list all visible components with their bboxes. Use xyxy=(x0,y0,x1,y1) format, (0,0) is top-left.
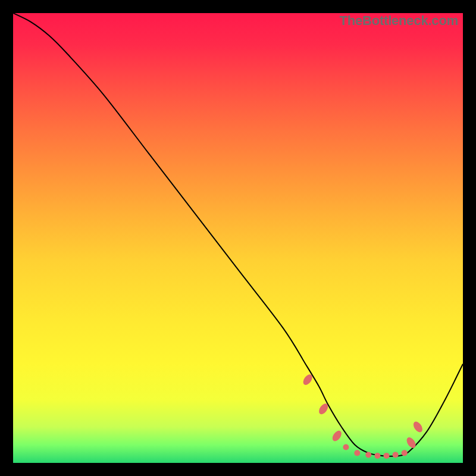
data-marker xyxy=(331,429,343,443)
curve-layer xyxy=(13,13,463,463)
chart-container: TheBottleneck.com xyxy=(0,0,476,476)
data-marker xyxy=(374,453,380,459)
data-marker xyxy=(354,450,360,456)
data-marker xyxy=(412,420,424,434)
data-marker xyxy=(405,436,417,449)
curve-line xyxy=(13,13,463,456)
marker-group xyxy=(302,373,425,459)
data-marker xyxy=(402,450,408,456)
data-marker xyxy=(383,453,389,459)
data-marker xyxy=(393,452,399,458)
plot-area: TheBottleneck.com xyxy=(13,13,463,463)
data-marker xyxy=(343,444,349,450)
data-marker xyxy=(365,452,371,458)
